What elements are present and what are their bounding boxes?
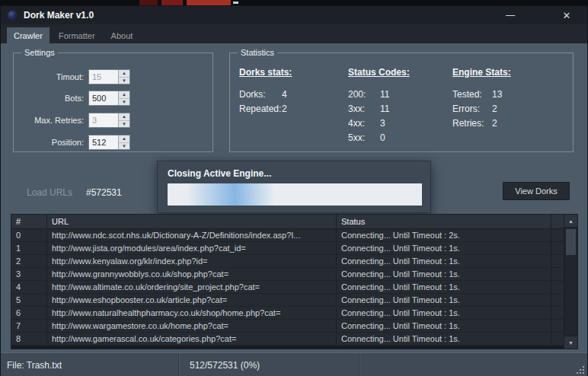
bots-input[interactable] xyxy=(89,91,118,105)
chevron-up-icon: ▲ xyxy=(122,71,126,75)
bots-spinner[interactable]: ▲ ▼ xyxy=(88,91,130,106)
row-status: Connecting... Until Timeout : 1s. xyxy=(337,320,551,332)
stat-label: Dorks: xyxy=(239,88,282,102)
stat-row: 4xx:3 xyxy=(348,116,410,131)
table-row[interactable]: 2 http://www.kenyalaw.org/klr/index.php?… xyxy=(11,255,564,268)
dorks-stats-column: Dorks stats: Dorks:4 Repeated:2 xyxy=(239,67,292,116)
spinner-up-button[interactable]: ▲ xyxy=(119,135,129,143)
column-header-index[interactable]: # xyxy=(11,215,47,228)
table-row[interactable]: 3 http://www.grannywobblys.co.uk/shop.ph… xyxy=(11,268,564,281)
row-index: 8 xyxy=(11,333,47,345)
close-icon: ✕ xyxy=(563,10,571,21)
status-bar-separator xyxy=(178,353,180,376)
engine-stats-heading: Engine Stats: xyxy=(452,67,511,78)
timeout-spinner[interactable]: ▲ ▼ xyxy=(88,69,130,84)
row-filler xyxy=(551,307,564,319)
background-decor xyxy=(161,0,183,5)
status-progress-label: 512/572531 (0%) xyxy=(190,360,260,371)
timeout-row: Timout: ▲ ▼ xyxy=(18,69,206,84)
spinner-buttons: ▲ ▼ xyxy=(118,135,129,149)
spinner-down-button[interactable]: ▼ xyxy=(119,143,129,150)
column-header-status[interactable]: Status xyxy=(337,215,551,228)
tab-label: Formatter xyxy=(59,31,95,40)
row-filler xyxy=(551,255,564,267)
minimize-button[interactable]: — xyxy=(497,6,523,24)
scrollbar-thumb[interactable] xyxy=(566,229,576,255)
row-status: Connecting... Until Timeout : 1s. xyxy=(337,281,551,293)
table-row[interactable]: 1 http://www.jista.org/modules/area/inde… xyxy=(11,242,564,255)
settings-groupbox: Settings Timout: ▲ ▼ Bots: ▲ ▼ xyxy=(13,53,213,152)
scroll-down-icon: ▼ xyxy=(568,340,574,346)
titlebar[interactable]: Dork Maker v1.0 — ✕ xyxy=(1,6,587,24)
stat-value: 2 xyxy=(492,116,497,131)
table-row[interactable]: 8 http://www.gamerascal.co.uk/categories… xyxy=(11,333,564,346)
spinner-buttons: ▲ ▼ xyxy=(118,113,129,127)
settings-legend: Settings xyxy=(21,48,58,57)
row-index: 1 xyxy=(11,242,47,254)
row-index: 7 xyxy=(11,320,47,332)
row-url: http://www.grannywobblys.co.uk/shop.php?… xyxy=(47,268,337,280)
timeout-label: Timout: xyxy=(18,72,88,81)
row-filler xyxy=(551,242,564,254)
vertical-scrollbar[interactable]: ▲ ▼ xyxy=(564,215,577,349)
tab-label: Crawler xyxy=(14,31,43,40)
app-icon xyxy=(8,11,18,21)
chevron-down-icon: ▼ xyxy=(122,100,126,104)
stat-label: 5xx: xyxy=(348,131,380,145)
spinner-down-button[interactable]: ▼ xyxy=(119,78,129,84)
row-index: 6 xyxy=(11,307,47,319)
row-url: http://www.gamerascal.co.uk/categories.p… xyxy=(47,333,337,345)
stat-row: 5xx:0 xyxy=(348,131,410,145)
close-button[interactable]: ✕ xyxy=(554,6,580,24)
max-retries-spinner[interactable]: ▲ ▼ xyxy=(88,113,130,128)
row-filler xyxy=(551,333,564,345)
engine-stats-column: Engine Stats: Tested:13 Errors:2 Retries… xyxy=(452,67,511,131)
max-retries-row: Max. Retries: ▲ ▼ xyxy=(18,113,206,128)
table-row[interactable]: 7 http://www.wargamestore.co.uk/home.php… xyxy=(11,320,564,333)
table-row[interactable]: 0 http://www.ndc.scot.nhs.uk/Dictionary-… xyxy=(11,229,564,242)
tab-about[interactable]: About xyxy=(104,27,140,43)
row-index: 5 xyxy=(11,294,47,306)
chevron-down-icon: ▼ xyxy=(122,122,126,126)
background-decor xyxy=(187,0,231,5)
row-url: http://www.ndc.scot.nhs.uk/Dictionary-A-… xyxy=(47,229,337,241)
chevron-down-icon: ▼ xyxy=(122,78,126,83)
progress-marquee xyxy=(187,183,274,206)
table-row[interactable]: 5 http://www.eshopbooster.co.uk/article.… xyxy=(11,294,564,307)
row-url: http://www.naturalhealthpharmacy.co.uk/s… xyxy=(47,307,337,319)
timeout-input[interactable] xyxy=(89,70,118,84)
statistics-legend: Statistics xyxy=(238,48,277,57)
max-retries-input[interactable] xyxy=(89,113,118,127)
table-clipped-row xyxy=(11,346,564,349)
spinner-buttons: ▲ ▼ xyxy=(118,70,129,84)
table-row[interactable]: 6 http://www.naturalhealthpharmacy.co.uk… xyxy=(11,307,564,320)
spinner-up-button[interactable]: ▲ xyxy=(119,113,129,121)
stat-label: Retries: xyxy=(452,116,492,131)
scroll-up-button[interactable]: ▲ xyxy=(564,215,577,228)
spinner-up-button[interactable]: ▲ xyxy=(119,91,129,99)
row-url: http://www.altimate.co.uk/ordering/site_… xyxy=(47,281,337,293)
stat-value: 13 xyxy=(492,88,502,102)
status-codes-column: Status Codes: 200:11 3xx:11 4xx:3 5xx:0 xyxy=(348,67,410,145)
scroll-up-icon: ▲ xyxy=(568,218,574,224)
table-row[interactable]: 4 http://www.altimate.co.uk/ordering/sit… xyxy=(11,281,564,294)
position-input[interactable] xyxy=(89,135,118,149)
view-dorks-button[interactable]: View Dorks xyxy=(503,182,570,200)
tab-crawler[interactable]: Crawler xyxy=(7,27,50,43)
position-spinner[interactable]: ▲ ▼ xyxy=(88,135,130,150)
status-file-label: File: Trash.txt xyxy=(7,360,62,371)
spinner-down-button[interactable]: ▼ xyxy=(119,121,129,128)
spinner-up-button[interactable]: ▲ xyxy=(119,70,129,78)
resize-grip-icon[interactable] xyxy=(576,365,584,374)
column-header-url[interactable]: URL xyxy=(47,215,337,228)
background-decor xyxy=(233,2,238,4)
tab-formatter[interactable]: Formatter xyxy=(52,27,102,43)
load-urls-button[interactable]: Load URLs xyxy=(27,187,72,198)
row-status: Connecting... Until Timeout : 1s. xyxy=(337,294,551,306)
stat-label: Tested: xyxy=(452,88,492,102)
status-bar-separator xyxy=(359,353,360,376)
stat-label: 4xx: xyxy=(348,116,380,131)
spinner-down-button[interactable]: ▼ xyxy=(119,99,129,106)
scroll-down-button[interactable]: ▼ xyxy=(564,336,577,349)
stat-row: Errors:2 xyxy=(452,102,511,116)
